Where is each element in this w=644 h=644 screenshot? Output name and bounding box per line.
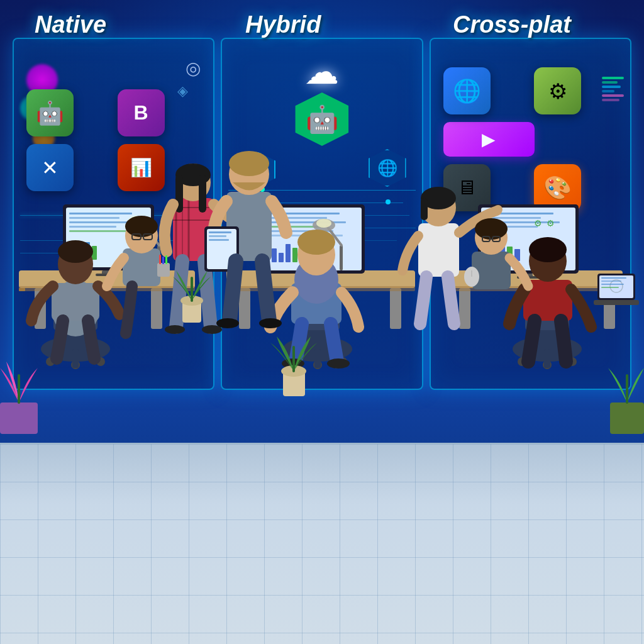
svg-rect-58 <box>72 349 79 368</box>
svg-rect-93 <box>209 239 229 241</box>
desk-left-leg-r <box>151 288 162 329</box>
standing-woman-arm-l <box>165 204 173 252</box>
svg-rect-117 <box>601 280 621 282</box>
svg-point-95 <box>259 318 282 328</box>
svg-point-103 <box>475 218 508 240</box>
person-center-leg-r <box>331 324 337 362</box>
svg-rect-29 <box>292 248 297 262</box>
person-right-arm-l <box>509 289 525 324</box>
person-far-left-leg-l <box>57 321 63 358</box>
desk-center-leg-l <box>239 288 250 329</box>
svg-point-102 <box>494 205 502 214</box>
floor <box>0 443 644 644</box>
lamp-center-base <box>340 245 343 270</box>
floor-grid <box>0 444 644 644</box>
svg-rect-116 <box>601 277 626 279</box>
svg-rect-85 <box>199 175 206 213</box>
svg-rect-110 <box>292 346 295 372</box>
main-illustration: ⚙ ⚙ ⚙ <box>0 0 644 440</box>
other-arm <box>402 236 418 270</box>
person-right-leg-r <box>561 321 566 362</box>
standing-man-leg-r <box>262 261 269 321</box>
svg-rect-101 <box>421 198 428 220</box>
svg-rect-9 <box>69 230 129 232</box>
svg-rect-122 <box>162 257 164 264</box>
svg-rect-121 <box>159 255 161 264</box>
svg-point-96 <box>125 216 158 237</box>
svg-point-72 <box>58 240 93 263</box>
svg-rect-120 <box>157 263 170 277</box>
title-hybrid: Hybrid <box>245 11 321 38</box>
person-center-arm-r <box>341 292 358 327</box>
svg-rect-111 <box>18 374 20 404</box>
svg-rect-5 <box>69 213 132 214</box>
desk-center-leg-r <box>390 288 401 329</box>
svg-point-77 <box>529 237 567 262</box>
svg-rect-114 <box>594 300 639 305</box>
svg-point-74 <box>297 230 335 255</box>
svg-text:⚙: ⚙ <box>534 218 542 228</box>
svg-rect-27 <box>279 253 284 262</box>
svg-rect-118 <box>601 284 624 285</box>
standing-woman-leg-l <box>176 261 182 327</box>
plant-bottom-right-pot <box>610 402 644 434</box>
person-far-left-leg-r <box>88 321 94 358</box>
svg-point-76 <box>327 358 350 369</box>
svg-rect-71 <box>52 283 99 321</box>
svg-point-52 <box>316 219 331 228</box>
svg-point-88 <box>229 151 269 176</box>
person-right-leg-l <box>528 321 535 362</box>
title-native: Native <box>35 11 106 38</box>
svg-rect-119 <box>601 287 619 288</box>
svg-rect-123 <box>165 255 167 264</box>
svg-rect-64 <box>314 349 321 368</box>
plant-bottom-left-pot <box>0 402 38 434</box>
svg-rect-6 <box>69 217 119 219</box>
svg-rect-28 <box>286 244 291 262</box>
svg-rect-112 <box>626 374 628 404</box>
svg-rect-91 <box>209 231 231 233</box>
desk-right-leg-l <box>459 288 470 329</box>
svg-rect-26 <box>272 248 277 262</box>
scene-container: Native 🤖 B ✕ 📊 ◎ <box>0 0 644 644</box>
standing-woman-right-body <box>418 223 459 277</box>
title-cross-platform: Cross-plat <box>453 11 571 38</box>
svg-point-94 <box>216 318 239 328</box>
svg-rect-70 <box>544 349 550 368</box>
svg-rect-108 <box>191 277 193 302</box>
seated-glasses-leg <box>126 286 132 333</box>
svg-rect-8 <box>69 226 116 228</box>
svg-text:⚙: ⚙ <box>547 218 555 228</box>
standing-man-leg-l <box>230 261 236 321</box>
svg-rect-92 <box>209 235 226 237</box>
seated-glasses-body <box>123 248 160 286</box>
svg-point-86 <box>165 325 185 334</box>
